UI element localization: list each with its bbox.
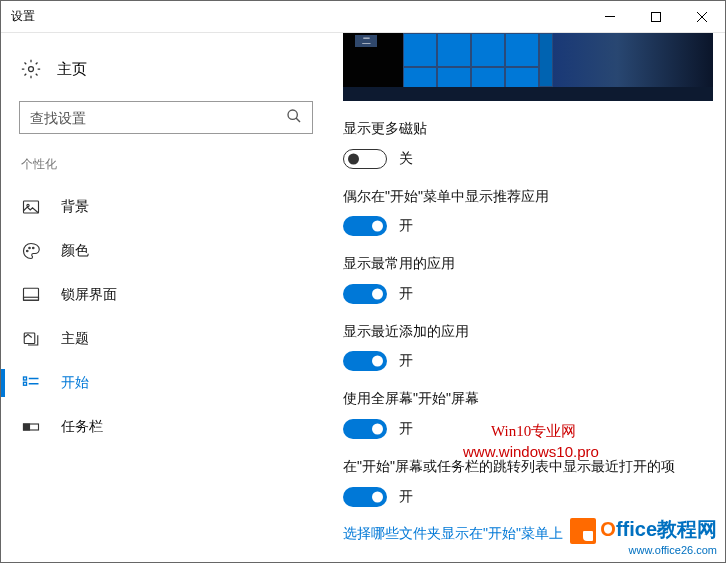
svg-point-8 — [33, 247, 35, 249]
home-label: 主页 — [57, 60, 87, 79]
lockscreen-icon — [21, 285, 41, 305]
maximize-button[interactable] — [633, 1, 679, 33]
toggle-state-text: 开 — [399, 352, 413, 370]
setting-label: 显示最近添加的应用 — [343, 322, 695, 342]
titlebar: 设置 — [1, 1, 725, 33]
setting-label: 显示最常用的应用 — [343, 254, 695, 274]
toggle-more-tiles[interactable] — [343, 149, 387, 169]
sidebar-item-label: 背景 — [61, 198, 89, 216]
sidebar-item-background[interactable]: 背景 — [19, 185, 325, 229]
toggle-state-text: 关 — [399, 150, 413, 168]
toggle-suggestions[interactable] — [343, 216, 387, 236]
setting-label: 在"开始"屏幕或任务栏的跳转列表中显示最近打开的项 — [343, 457, 695, 477]
toggle-state-text: 开 — [399, 420, 413, 438]
svg-point-7 — [29, 247, 31, 249]
palette-icon — [21, 241, 41, 261]
svg-point-6 — [27, 250, 29, 252]
toggle-state-text: 开 — [399, 217, 413, 235]
svg-rect-15 — [24, 424, 30, 430]
minimize-button[interactable] — [587, 1, 633, 33]
setting-recently-added: 显示最近添加的应用 开 — [343, 322, 695, 372]
folders-link[interactable]: 选择哪些文件夹显示在"开始"菜单上 — [343, 525, 695, 543]
svg-rect-11 — [24, 333, 35, 344]
close-button[interactable] — [679, 1, 725, 33]
start-icon — [21, 373, 41, 393]
setting-most-used: 显示最常用的应用 开 — [343, 254, 695, 304]
section-label: 个性化 — [19, 156, 325, 173]
sidebar: 主页 个性化 背景 颜色 锁 — [1, 33, 343, 562]
toggle-fullscreen[interactable] — [343, 419, 387, 439]
search-input[interactable] — [30, 110, 286, 126]
sidebar-item-lockscreen[interactable]: 锁屏界面 — [19, 273, 325, 317]
window-controls — [587, 1, 725, 33]
sidebar-item-label: 主题 — [61, 330, 89, 348]
sidebar-item-themes[interactable]: 主题 — [19, 317, 325, 361]
setting-label: 偶尔在"开始"菜单中显示推荐应用 — [343, 187, 695, 207]
sidebar-item-taskbar[interactable]: 任务栏 — [19, 405, 325, 449]
sidebar-item-start[interactable]: 开始 — [19, 361, 325, 405]
svg-rect-13 — [24, 382, 27, 385]
gear-icon — [21, 59, 41, 79]
sidebar-item-label: 锁屏界面 — [61, 286, 117, 304]
picture-icon — [21, 197, 41, 217]
start-preview: 二 — [343, 33, 713, 101]
svg-point-2 — [29, 67, 34, 72]
sidebar-item-label: 颜色 — [61, 242, 89, 260]
home-link[interactable]: 主页 — [19, 53, 325, 85]
content-area: 二 显示更多磁贴 关 偶尔在"开始"菜单中显示推荐应用 开 — [343, 33, 725, 562]
svg-rect-1 — [652, 12, 661, 21]
svg-rect-12 — [24, 377, 27, 380]
setting-suggestions: 偶尔在"开始"菜单中显示推荐应用 开 — [343, 187, 695, 237]
svg-point-3 — [288, 110, 297, 119]
toggle-jumplist[interactable] — [343, 487, 387, 507]
toggle-state-text: 开 — [399, 488, 413, 506]
setting-label: 使用全屏幕"开始"屏幕 — [343, 389, 695, 409]
taskbar-icon — [21, 417, 41, 437]
setting-fullscreen: 使用全屏幕"开始"屏幕 开 — [343, 389, 695, 439]
sidebar-item-label: 任务栏 — [61, 418, 103, 436]
setting-jumplist: 在"开始"屏幕或任务栏的跳转列表中显示最近打开的项 开 — [343, 457, 695, 507]
search-icon — [286, 108, 302, 128]
window-title: 设置 — [1, 8, 35, 25]
sidebar-item-colors[interactable]: 颜色 — [19, 229, 325, 273]
toggle-state-text: 开 — [399, 285, 413, 303]
sidebar-item-label: 开始 — [61, 374, 89, 392]
svg-rect-9 — [24, 288, 39, 300]
search-box[interactable] — [19, 101, 313, 134]
toggle-most-used[interactable] — [343, 284, 387, 304]
toggle-recently-added[interactable] — [343, 351, 387, 371]
setting-more-tiles: 显示更多磁贴 关 — [343, 119, 695, 169]
svg-rect-10 — [24, 297, 39, 300]
setting-label: 显示更多磁贴 — [343, 119, 695, 139]
svg-rect-0 — [605, 16, 615, 17]
theme-icon — [21, 329, 41, 349]
